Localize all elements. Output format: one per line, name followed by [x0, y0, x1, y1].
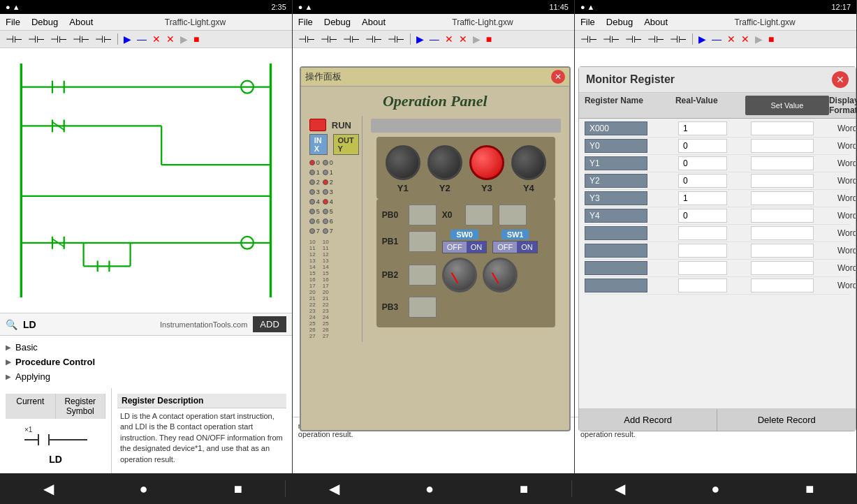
nav-applying[interactable]: ▶ Applying [6, 369, 286, 384]
set-input-9[interactable] [751, 279, 814, 292]
tb-btn-3[interactable]: ⊣⊢ [49, 33, 68, 45]
reg-input-1[interactable] [585, 139, 647, 153]
tb-play-1[interactable]: ▶ [179, 33, 189, 45]
search-input-1[interactable] [23, 319, 154, 330]
home-btn-1[interactable]: ● [140, 481, 148, 497]
reg-input-4[interactable] [585, 191, 647, 205]
menu-about-2[interactable]: About [362, 17, 386, 27]
real-input-4[interactable] [678, 191, 727, 205]
tb-btn-2-2[interactable]: ⊣⊢ [319, 33, 339, 45]
reg-input-7[interactable] [585, 244, 647, 258]
menu-about-3[interactable]: About [644, 17, 668, 27]
op-pb2-box[interactable] [409, 265, 437, 286]
tb-stop-2[interactable]: ✕ [444, 33, 455, 45]
menu-about-1[interactable]: About [69, 17, 93, 27]
tb-btn-3-1[interactable]: ⊣⊢ [579, 33, 599, 45]
delete-record-button[interactable]: Delete Record [717, 409, 856, 431]
reg-input-8[interactable] [585, 261, 647, 275]
menu-file-1[interactable]: File [6, 17, 20, 27]
reg-input-3[interactable] [585, 174, 647, 188]
real-input-5[interactable] [678, 209, 727, 223]
real-input-8[interactable] [678, 261, 727, 275]
op-pb0-extra[interactable] [499, 205, 527, 225]
tb-stop-1[interactable]: ✕ [151, 33, 162, 45]
tb-btn-3-2[interactable]: ⊣⊢ [601, 33, 621, 45]
tb-reset-1[interactable]: ✕ [165, 33, 176, 45]
home-btn-2[interactable]: ● [425, 481, 434, 497]
op-sw1-off[interactable]: OFF [493, 242, 517, 253]
op-pb3-box[interactable] [409, 297, 437, 318]
tb-sq-3[interactable]: ■ [767, 33, 775, 45]
real-input-3[interactable] [678, 174, 727, 188]
tb-run-1[interactable]: ▶ [122, 33, 133, 45]
op-sw0-on[interactable]: ON [467, 242, 487, 253]
recent-btn-2[interactable]: ■ [520, 481, 528, 497]
set-input-0[interactable] [751, 121, 814, 135]
tb-btn-2-3[interactable]: ⊣⊢ [342, 33, 361, 45]
back-btn-1[interactable]: ◀ [43, 480, 54, 497]
tb-btn-5[interactable]: ⊣⊢ [94, 33, 113, 45]
real-input-9[interactable] [678, 279, 727, 292]
set-input-3[interactable] [751, 174, 814, 188]
op-knob-2[interactable] [483, 258, 518, 292]
op-sw0-off[interactable]: OFF [443, 242, 467, 253]
op-pb1-box[interactable] [409, 231, 437, 252]
op-close-button[interactable]: ✕ [551, 70, 565, 84]
menu-file-2[interactable]: File [298, 17, 313, 27]
tb-btn-2-1[interactable]: ⊣⊢ [297, 33, 316, 45]
menu-debug-2[interactable]: Debug [324, 17, 351, 27]
tb-reset-2[interactable]: ✕ [457, 33, 469, 45]
op-knob-1[interactable] [442, 258, 477, 292]
monitor-close-button[interactable]: ✕ [832, 71, 849, 88]
tb-btn-2-4[interactable]: ⊣⊢ [364, 33, 383, 45]
tb-play-2[interactable]: ▶ [471, 33, 482, 45]
tb-reset-3[interactable]: ✕ [740, 33, 751, 45]
set-input-6[interactable] [751, 226, 814, 240]
tb-run-3[interactable]: ▶ [697, 33, 708, 45]
tb-sq-1[interactable]: ■ [192, 33, 200, 45]
home-btn-3[interactable]: ● [711, 481, 719, 497]
real-input-2[interactable] [678, 156, 727, 170]
tab-current[interactable]: Current [6, 394, 56, 419]
menu-file-3[interactable]: File [580, 17, 595, 27]
real-input-1[interactable] [678, 139, 727, 153]
set-input-2[interactable] [751, 156, 814, 170]
real-input-6[interactable] [678, 226, 727, 240]
nav-basic[interactable]: ▶ Basic [6, 340, 286, 355]
tb-sq-2[interactable]: ■ [485, 33, 493, 45]
menu-debug-3[interactable]: Debug [606, 17, 633, 27]
set-input-8[interactable] [751, 261, 814, 275]
set-input-7[interactable] [751, 244, 814, 258]
tb-pause-3[interactable]: — [710, 33, 723, 45]
tb-run-2[interactable]: ▶ [415, 33, 425, 45]
add-button-1[interactable]: ADD [253, 316, 286, 332]
tb-btn-1[interactable]: ⊣⊢ [4, 33, 24, 45]
set-input-5[interactable] [751, 209, 814, 223]
op-pb0-box[interactable] [409, 205, 437, 225]
back-btn-3[interactable]: ◀ [615, 480, 625, 497]
tb-btn-4[interactable]: ⊣⊢ [71, 33, 91, 45]
reg-input-9[interactable] [585, 279, 647, 292]
tab-register-symbol[interactable]: Register Symbol [56, 394, 106, 419]
recent-btn-3[interactable]: ■ [805, 481, 814, 497]
tb-stop-3[interactable]: ✕ [726, 33, 737, 45]
tb-pause-2[interactable]: — [428, 33, 441, 45]
nav-procedure[interactable]: ▶ Procedure Control [6, 355, 286, 369]
op-x0-box[interactable] [465, 205, 493, 225]
set-input-1[interactable] [751, 139, 814, 153]
set-value-button[interactable]: Set Value [745, 96, 829, 115]
tb-btn-2[interactable]: ⊣⊢ [27, 33, 46, 45]
tb-btn-2-5[interactable]: ⊣⊢ [386, 33, 406, 45]
tb-btn-3-5[interactable]: ⊣⊢ [668, 33, 688, 45]
tb-pause-1[interactable]: — [135, 33, 148, 45]
menu-debug-1[interactable]: Debug [31, 17, 58, 27]
reg-input-5[interactable] [585, 209, 647, 223]
reg-input-0[interactable] [585, 121, 647, 135]
tb-play-3[interactable]: ▶ [754, 33, 764, 45]
set-input-4[interactable] [751, 191, 814, 205]
tb-btn-3-3[interactable]: ⊣⊢ [624, 33, 643, 45]
tb-btn-3-4[interactable]: ⊣⊢ [646, 33, 666, 45]
recent-btn-1[interactable]: ■ [234, 481, 242, 497]
add-record-button[interactable]: Add Record [579, 409, 718, 431]
real-input-7[interactable] [678, 244, 727, 258]
